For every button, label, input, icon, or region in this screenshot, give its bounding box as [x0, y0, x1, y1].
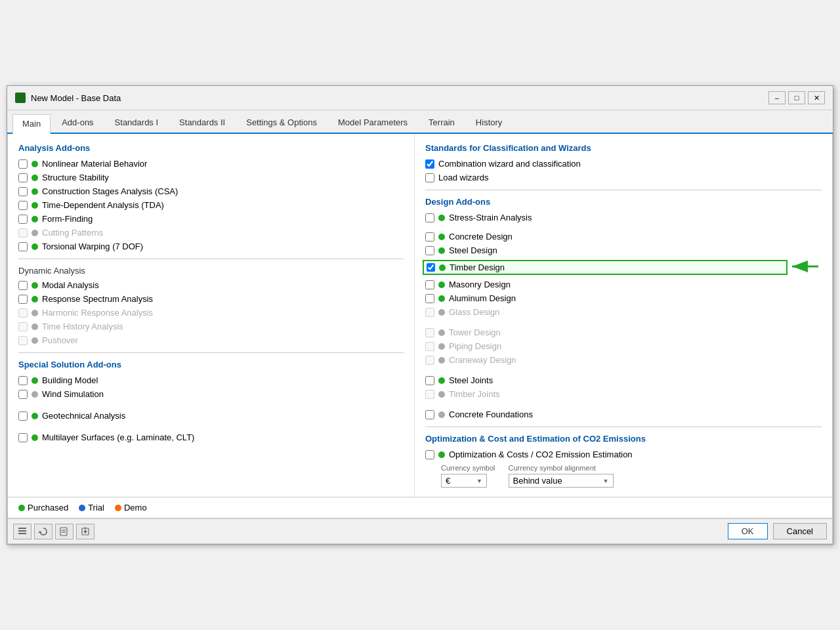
cutting-label: Cutting Patterns	[42, 228, 103, 238]
currency-alignment-field: Currency symbol alignment Behind value ▼	[509, 464, 614, 488]
craneway-checkbox[interactable]	[425, 356, 434, 365]
stability-dot	[32, 175, 38, 181]
geotech-label: Geotechnical Analysis	[42, 411, 125, 421]
csa-checkbox[interactable]	[18, 187, 28, 196]
response-checkbox[interactable]	[18, 295, 28, 304]
main-window: New Model - Base Data – □ ✕ Main Add-ons…	[7, 85, 833, 545]
tab-history[interactable]: History	[466, 113, 512, 133]
multilayer-checkbox[interactable]	[18, 433, 28, 442]
building-label: Building Model	[42, 375, 98, 385]
analysis-addons-section: Analysis Add-ons Nonlinear Material Beha…	[18, 143, 404, 252]
tower-checkbox[interactable]	[425, 328, 434, 337]
list-item: Tower Design	[425, 327, 822, 338]
piping-label: Piping Design	[449, 341, 501, 351]
stress-strain-checkbox[interactable]	[425, 213, 434, 222]
steel-checkbox[interactable]	[425, 246, 434, 255]
aluminum-checkbox[interactable]	[425, 294, 434, 303]
list-item: Concrete Foundations	[425, 409, 822, 420]
csa-dot	[32, 188, 38, 195]
ok-button[interactable]: OK	[728, 523, 768, 539]
tda-checkbox[interactable]	[18, 201, 28, 210]
list-item: Concrete Design	[425, 231, 822, 242]
concrete-foundations-checkbox[interactable]	[425, 410, 434, 419]
currency-symbol-value: €	[446, 476, 450, 486]
right-panel: Standards for Classification and Wizards…	[415, 134, 832, 497]
tool-button-4[interactable]	[76, 524, 94, 539]
combination-checkbox[interactable]	[425, 159, 434, 169]
list-item: Craneway Design	[425, 354, 822, 366]
list-item: Masonry Design	[425, 279, 822, 290]
optimization-title: Optimization & Cost and Estimation of CO…	[425, 434, 822, 444]
export-icon	[59, 526, 70, 537]
tool-button-3[interactable]	[55, 524, 74, 539]
steel-joints-dot	[438, 377, 445, 384]
currency-symbol-select[interactable]: € ▼	[441, 474, 487, 488]
currency-row: Currency symbol € ▼ Currency symbol alig…	[425, 464, 822, 488]
building-checkbox[interactable]	[18, 376, 28, 385]
harmonic-checkbox[interactable]	[18, 308, 28, 318]
tab-standards1[interactable]: Standards I	[105, 113, 169, 133]
nonlinear-checkbox[interactable]	[18, 159, 28, 169]
concrete-label: Concrete Design	[449, 232, 513, 242]
timehistory-checkbox[interactable]	[18, 322, 28, 331]
minimize-button[interactable]: –	[768, 91, 786, 104]
maximize-button[interactable]: □	[788, 91, 805, 104]
timber-checkbox[interactable]	[427, 263, 435, 272]
timber-joints-checkbox[interactable]	[425, 390, 434, 399]
list-item: Combination wizard and classification	[425, 158, 822, 169]
tab-main[interactable]: Main	[12, 114, 51, 134]
demo-legend: Demo	[115, 503, 147, 513]
tool-button-1[interactable]	[13, 524, 32, 539]
steel-joints-checkbox[interactable]	[425, 376, 434, 385]
timber-label: Timber Design	[450, 262, 505, 272]
tab-model-params[interactable]: Model Parameters	[328, 113, 417, 133]
wind-checkbox[interactable]	[18, 390, 28, 399]
currency-symbol-label: Currency symbol	[441, 464, 495, 472]
pushover-checkbox[interactable]	[18, 336, 28, 345]
cutting-checkbox[interactable]	[18, 228, 28, 238]
stability-checkbox[interactable]	[18, 173, 28, 182]
tab-standards2[interactable]: Standards II	[169, 113, 235, 133]
steel-joints-label: Steel Joints	[449, 375, 493, 385]
list-item: Optimization & Costs / CO2 Emission Esti…	[425, 449, 822, 460]
window-controls: – □ ✕	[768, 91, 825, 104]
geotech-checkbox[interactable]	[18, 411, 28, 421]
alignment-chevron-icon: ▼	[603, 478, 609, 484]
close-button[interactable]: ✕	[808, 91, 825, 104]
tab-addons[interactable]: Add-ons	[52, 113, 103, 133]
cancel-button[interactable]: Cancel	[773, 523, 827, 539]
dynamic-analysis-section: Dynamic Analysis Modal Analysis Response…	[18, 266, 404, 346]
tool-button-2[interactable]	[34, 524, 52, 539]
tab-bar: Main Add-ons Standards I Standards II Se…	[7, 110, 833, 134]
masonry-checkbox[interactable]	[425, 280, 434, 289]
aluminum-label: Aluminum Design	[449, 293, 516, 303]
legend-bar: Purchased Trial Demo	[7, 497, 833, 518]
list-item: Response Spectrum Analysis	[18, 293, 404, 304]
formfinding-checkbox[interactable]	[18, 215, 28, 224]
geotech-dot	[32, 413, 38, 419]
concrete-checkbox[interactable]	[425, 232, 434, 242]
trial-label: Trial	[88, 503, 104, 513]
optimization-checkbox[interactable]	[425, 450, 434, 459]
timehistory-dot	[32, 324, 38, 330]
analysis-addons-title: Analysis Add-ons	[18, 143, 404, 153]
list-item: Time History Analysis	[18, 321, 404, 332]
standards-section: Standards for Classification and Wizards…	[425, 143, 822, 183]
currency-symbol-field: Currency symbol € ▼	[441, 464, 495, 488]
trial-legend: Trial	[79, 503, 104, 513]
timber-dot	[439, 264, 446, 271]
currency-alignment-select[interactable]: Behind value ▼	[509, 474, 614, 488]
list-item: Construction Stages Analysis (CSA)	[18, 186, 404, 197]
tab-settings[interactable]: Settings & Options	[236, 113, 327, 133]
currency-alignment-label: Currency symbol alignment	[509, 464, 614, 472]
footer-tools	[13, 524, 94, 539]
glass-checkbox[interactable]	[425, 308, 434, 317]
torsional-checkbox[interactable]	[18, 242, 28, 251]
tab-terrain[interactable]: Terrain	[419, 113, 465, 133]
tower-label: Tower Design	[449, 327, 501, 337]
aluminum-dot	[438, 295, 445, 302]
load-wizard-checkbox[interactable]	[425, 173, 434, 182]
refresh-icon	[38, 526, 49, 537]
modal-checkbox[interactable]	[18, 281, 28, 290]
piping-checkbox[interactable]	[425, 342, 434, 351]
